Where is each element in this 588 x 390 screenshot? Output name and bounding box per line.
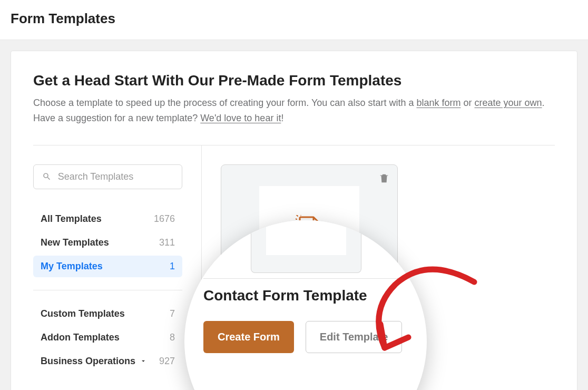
sidebar-item-custom-templates[interactable]: Custom Templates 7: [33, 303, 182, 325]
delete-template-button[interactable]: [378, 172, 390, 184]
sidebar-item-new-templates[interactable]: New Templates 311: [33, 232, 182, 253]
trash-icon: [378, 172, 390, 184]
search-box[interactable]: [33, 164, 182, 189]
blank-form-link[interactable]: blank form: [416, 97, 460, 108]
card-description: Choose a template to speed up the proces…: [33, 95, 555, 126]
svg-line-2: [296, 218, 297, 219]
divider: [33, 290, 182, 290]
chevron-down-icon: [140, 357, 147, 365]
secondary-category-list: Custom Templates 7 Addon Templates 8 Bus…: [33, 303, 182, 372]
page-header: Form Templates: [0, 0, 588, 40]
svg-line-0: [296, 215, 298, 216]
sidebar-item-all-templates[interactable]: All Templates 1676: [33, 208, 182, 230]
template-title: Contact Form Template: [203, 287, 412, 304]
edit-template-button[interactable]: Edit Template: [306, 321, 403, 353]
sidebar-item-business-operations[interactable]: Business Operations 927: [33, 350, 182, 372]
search-icon: [42, 171, 52, 182]
feedback-link[interactable]: We'd love to hear it: [200, 113, 281, 123]
card-heading: Get a Head Start With Our Pre-Made Form …: [33, 72, 555, 89]
primary-category-list: All Templates 1676 New Templates 311 My …: [33, 208, 182, 277]
sidebar-item-my-templates[interactable]: My Templates 1: [33, 256, 182, 277]
create-form-button[interactable]: Create Form: [203, 321, 294, 353]
sidebar-item-addon-templates[interactable]: Addon Templates 8: [33, 327, 182, 348]
search-input[interactable]: [58, 171, 173, 182]
create-your-own-link[interactable]: create your own: [474, 97, 542, 108]
sidebar: All Templates 1676 New Templates 311 My …: [33, 145, 202, 390]
page-title: Form Templates: [11, 11, 577, 27]
